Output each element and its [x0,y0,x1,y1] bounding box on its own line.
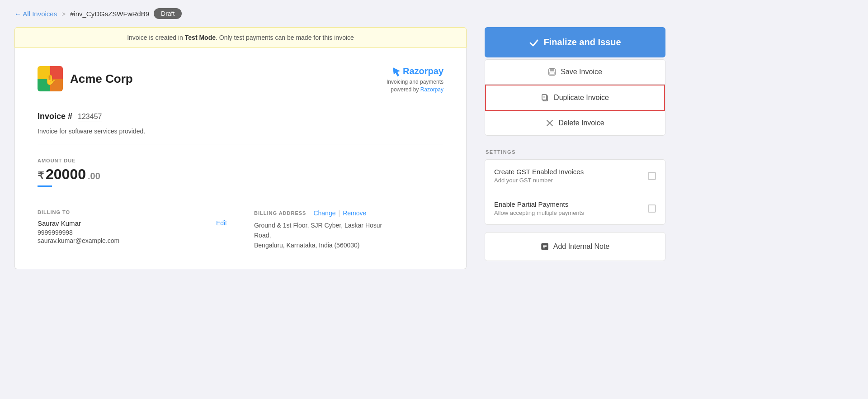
test-mode-text-after: . Only test payments can be made for thi… [216,34,354,41]
partial-payment-title: Enable Partial Payments [494,200,648,208]
amount-section: AMOUNT DUE ₹ 20000.00 [38,158,443,196]
check-icon [529,38,539,48]
partial-payment-setting-row: Enable Partial Payments Allow accepting … [485,192,665,224]
amount-decimal: .00 [88,171,100,181]
billing-address-change-link[interactable]: Change [313,209,335,217]
partial-payment-text: Enable Partial Payments Allow accepting … [494,200,648,216]
billing-to-label: BILLING TO [38,209,227,215]
billing-address-label: BILLING ADDRESS [254,210,306,216]
razorpay-branding: Razorpay Invoicing and payments powered … [387,66,443,94]
company-logo: ✋ [38,66,63,91]
finalize-issue-label: Finalize and Issue [543,37,621,48]
gst-setting-subtitle: Add your GST number [494,177,648,184]
billing-address-sep: | [338,209,340,217]
billing-address-line1: Ground & 1st Floor, SJR Cyber, Laskar Ho… [254,222,382,229]
gst-setting-title: Create GST Enabled Invoices [494,168,648,176]
test-mode-bold: Test Mode [185,34,216,41]
billing-address-remove-link[interactable]: Remove [343,209,366,217]
gst-setting-text: Create GST Enabled Invoices Add your GST… [494,168,648,184]
add-internal-note-label: Add Internal Note [553,242,610,251]
billing-customer-name: Saurav Kumar [38,219,81,227]
billing-address-text: Ground & 1st Floor, SJR Cyber, Laskar Ho… [254,220,443,251]
razorpay-logo: Razorpay [387,66,443,76]
svg-marker-5 [393,67,400,76]
invoice-id: #inv_CyDGsZSWFwRdB9 [70,10,149,18]
company-info: ✋ Acme Corp [38,66,133,91]
delete-invoice-label: Delete Invoice [558,119,604,127]
billing-address-line3: Bengaluru, Karnataka, India (560030) [254,242,360,249]
invoice-number-label: Invoice # [38,112,72,121]
billing-name-row: Saurav Kumar Edit [38,219,227,227]
amount-integer: 20000 [46,166,86,183]
currency-symbol: ₹ [38,170,44,182]
svg-rect-8 [550,72,554,75]
invoice-header: ✋ Acme Corp Razorpay Invoicing and payme… [38,66,443,94]
save-invoice-label: Save Invoice [561,68,602,76]
razorpay-icon [391,66,401,76]
billing-phone: 9999999998 [38,229,227,236]
razorpay-tagline: Invoicing and payments powered by Razorp… [387,78,443,94]
status-badge: Draft [154,8,182,19]
breadcrumb-separator: > [61,10,66,18]
delete-invoice-button[interactable]: Delete Invoice [485,111,665,135]
add-internal-note-button[interactable]: Add Internal Note [485,232,665,261]
razorpay-name: Razorpay [403,66,443,76]
amount-value: ₹ 20000.00 [38,166,443,183]
invoice-number-row: Invoice # 123457 [38,112,443,122]
amount-underline [38,185,52,187]
breadcrumb: ← All Invoices > #inv_CyDGsZSWFwRdB9 Dra… [0,0,868,27]
company-name: Acme Corp [70,72,133,86]
gst-setting-row: Create GST Enabled Invoices Add your GST… [485,160,665,192]
razorpay-tagline-prefix: powered by [391,86,420,93]
settings-section-label: SETTINGS [485,149,665,155]
svg-rect-10 [542,95,547,100]
finalize-issue-button[interactable]: Finalize and Issue [485,27,665,57]
invoice-description: Invoice for software services provided. [38,128,443,144]
billing-email: saurav.kumar@example.com [38,237,227,244]
delete-icon [546,119,554,127]
svg-rect-7 [550,69,554,71]
test-mode-banner: Invoice is created in Test Mode. Only te… [14,27,467,48]
right-panel: Finalize and Issue Save Invoice Du [485,27,665,261]
billing-row: BILLING TO Saurav Kumar Edit 9999999998 … [38,209,443,251]
save-invoice-button[interactable]: Save Invoice [485,60,665,85]
invoice-card: ✋ Acme Corp Razorpay Invoicing and payme… [14,48,467,269]
razorpay-tagline-link[interactable]: Razorpay [420,86,443,93]
billing-to-col: BILLING TO Saurav Kumar Edit 9999999998 … [38,209,227,251]
partial-payment-checkbox[interactable] [648,204,656,213]
partial-payment-subtitle: Allow accepting multiple payments [494,209,648,216]
action-buttons-group: Save Invoice Duplicate Invoice Delete In… [485,59,665,136]
save-icon [548,68,556,76]
invoice-area: Invoice is created in Test Mode. Only te… [14,27,467,269]
settings-card: Create GST Enabled Invoices Add your GST… [485,159,665,225]
all-invoices-link[interactable]: ← All Invoices [14,10,57,18]
note-icon [541,242,549,251]
main-layout: Invoice is created in Test Mode. Only te… [0,27,868,284]
duplicate-invoice-label: Duplicate Invoice [554,94,609,102]
svg-text:✋: ✋ [44,74,57,86]
gst-checkbox[interactable] [648,172,656,180]
billing-edit-link[interactable]: Edit [216,219,227,227]
duplicate-icon [541,94,549,102]
billing-address-actions: Change | Remove [313,209,366,217]
duplicate-invoice-button[interactable]: Duplicate Invoice [485,85,665,111]
invoice-number-value: 123457 [78,113,102,122]
amount-label: AMOUNT DUE [38,158,443,163]
test-mode-text-before: Invoice is created in [127,34,185,41]
razorpay-tagline-line1: Invoicing and payments [387,79,443,85]
billing-address-header: BILLING ADDRESS Change | Remove [254,209,443,217]
billing-address-col: BILLING ADDRESS Change | Remove Ground &… [254,209,443,251]
billing-address-line2: Road, [254,232,271,239]
